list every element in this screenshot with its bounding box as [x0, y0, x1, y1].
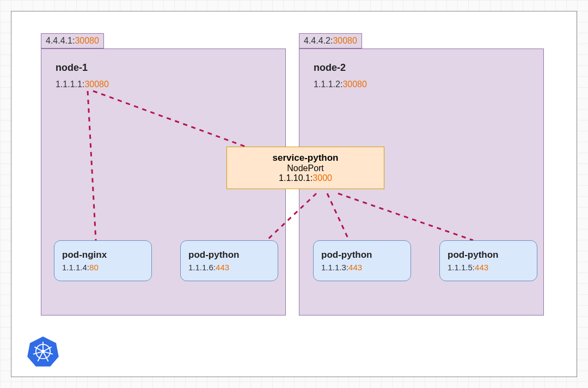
pod-ip: 1.1.1.4:80	[62, 263, 144, 272]
node-2-ext-port: 30080	[333, 36, 357, 45]
node-1-ext-ip: 4.4.4.1:	[46, 36, 75, 45]
node-1-external-tab: 4.4.4.1:30080	[41, 33, 104, 48]
pod-ip: 1.1.1.3:443	[321, 263, 403, 272]
pod-title: pod-nginx	[62, 250, 144, 260]
pod-title: pod-python	[321, 250, 403, 260]
node-2-internal-ip: 1.1.1.2:30080	[314, 80, 367, 89]
node-1-ext-port: 30080	[75, 36, 99, 45]
service-type: NodePort	[234, 163, 377, 173]
node-1-title: node-1	[56, 62, 88, 74]
pod-nginx-box: pod-nginx 1.1.1.4:80	[54, 240, 152, 281]
service-ip: 1.1.10.1:3000	[234, 173, 377, 183]
pod-python-2-box: pod-python 1.1.1.3:443	[313, 240, 411, 281]
node-2-external-tab: 4.4.4.2:30080	[299, 33, 362, 48]
node-1-internal-ip: 1.1.1.1:30080	[56, 80, 109, 89]
service-box: service-python NodePort 1.1.10.1:3000	[226, 147, 384, 189]
pod-ip: 1.1.1.6:443	[188, 263, 270, 272]
service-title: service-python	[234, 153, 377, 163]
pod-python-1-box: pod-python 1.1.1.6:443	[180, 240, 278, 281]
diagram-canvas: 4.4.4.1:30080 node-1 1.1.1.1:30080 4.4.4…	[11, 11, 577, 377]
kubernetes-icon	[27, 335, 59, 368]
node-2-title: node-2	[314, 62, 346, 74]
pod-ip: 1.1.1.5:443	[448, 263, 529, 272]
pod-title: pod-python	[188, 250, 270, 260]
node-2-ext-ip: 4.4.4.2:	[304, 36, 333, 45]
pod-title: pod-python	[448, 250, 529, 260]
pod-python-3-box: pod-python 1.1.1.5:443	[439, 240, 537, 281]
